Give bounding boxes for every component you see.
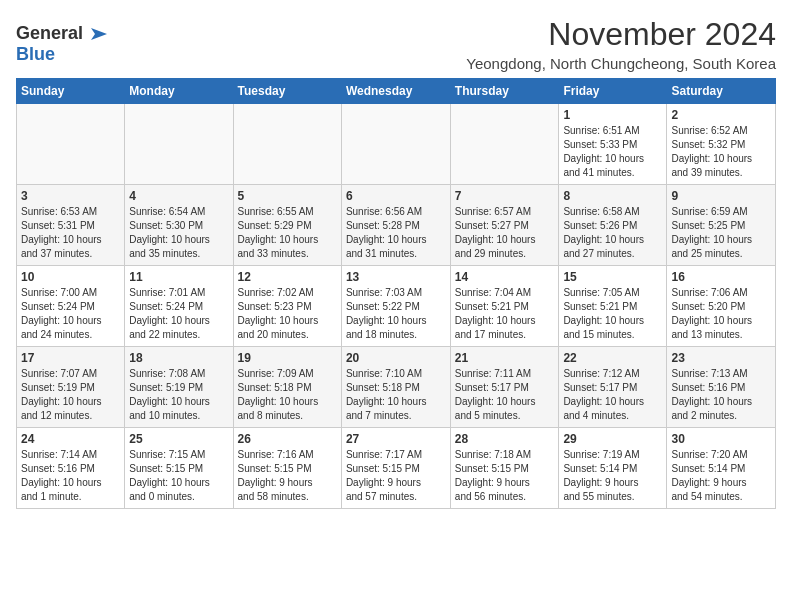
calendar-day-cell: 26Sunrise: 7:16 AM Sunset: 5:15 PM Dayli…: [233, 428, 341, 509]
day-number: 23: [671, 351, 771, 365]
day-info: Sunrise: 6:54 AM Sunset: 5:30 PM Dayligh…: [129, 205, 228, 261]
day-info: Sunrise: 7:04 AM Sunset: 5:21 PM Dayligh…: [455, 286, 555, 342]
calendar-day-cell: 17Sunrise: 7:07 AM Sunset: 5:19 PM Dayli…: [17, 347, 125, 428]
logo-arrow-icon: [85, 20, 113, 48]
day-info: Sunrise: 6:52 AM Sunset: 5:32 PM Dayligh…: [671, 124, 771, 180]
day-info: Sunrise: 6:57 AM Sunset: 5:27 PM Dayligh…: [455, 205, 555, 261]
calendar-day-cell: 25Sunrise: 7:15 AM Sunset: 5:15 PM Dayli…: [125, 428, 233, 509]
day-number: 1: [563, 108, 662, 122]
calendar-header-row: SundayMondayTuesdayWednesdayThursdayFrid…: [17, 79, 776, 104]
day-info: Sunrise: 7:05 AM Sunset: 5:21 PM Dayligh…: [563, 286, 662, 342]
day-number: 27: [346, 432, 446, 446]
day-number: 17: [21, 351, 120, 365]
calendar-day-cell: 18Sunrise: 7:08 AM Sunset: 5:19 PM Dayli…: [125, 347, 233, 428]
day-number: 30: [671, 432, 771, 446]
calendar-day-cell: 10Sunrise: 7:00 AM Sunset: 5:24 PM Dayli…: [17, 266, 125, 347]
calendar-week-row: 1Sunrise: 6:51 AM Sunset: 5:33 PM Daylig…: [17, 104, 776, 185]
day-number: 21: [455, 351, 555, 365]
day-number: 13: [346, 270, 446, 284]
day-number: 16: [671, 270, 771, 284]
calendar-day-cell: 11Sunrise: 7:01 AM Sunset: 5:24 PM Dayli…: [125, 266, 233, 347]
logo: General Blue: [16, 20, 113, 65]
day-info: Sunrise: 6:58 AM Sunset: 5:26 PM Dayligh…: [563, 205, 662, 261]
day-info: Sunrise: 6:51 AM Sunset: 5:33 PM Dayligh…: [563, 124, 662, 180]
day-number: 28: [455, 432, 555, 446]
day-number: 7: [455, 189, 555, 203]
day-info: Sunrise: 7:06 AM Sunset: 5:20 PM Dayligh…: [671, 286, 771, 342]
day-info: Sunrise: 7:15 AM Sunset: 5:15 PM Dayligh…: [129, 448, 228, 504]
header: General Blue November 2024 Yeongdong, No…: [16, 16, 776, 72]
day-number: 18: [129, 351, 228, 365]
day-number: 20: [346, 351, 446, 365]
day-info: Sunrise: 7:18 AM Sunset: 5:15 PM Dayligh…: [455, 448, 555, 504]
day-number: 29: [563, 432, 662, 446]
calendar-day-cell: 20Sunrise: 7:10 AM Sunset: 5:18 PM Dayli…: [341, 347, 450, 428]
day-number: 14: [455, 270, 555, 284]
calendar-week-row: 17Sunrise: 7:07 AM Sunset: 5:19 PM Dayli…: [17, 347, 776, 428]
day-info: Sunrise: 7:19 AM Sunset: 5:14 PM Dayligh…: [563, 448, 662, 504]
day-info: Sunrise: 7:20 AM Sunset: 5:14 PM Dayligh…: [671, 448, 771, 504]
page: General Blue November 2024 Yeongdong, No…: [0, 0, 792, 521]
calendar-day-cell: [233, 104, 341, 185]
calendar-day-cell: 4Sunrise: 6:54 AM Sunset: 5:30 PM Daylig…: [125, 185, 233, 266]
calendar-day-cell: 14Sunrise: 7:04 AM Sunset: 5:21 PM Dayli…: [450, 266, 559, 347]
logo-general: General: [16, 24, 83, 44]
day-number: 9: [671, 189, 771, 203]
day-info: Sunrise: 7:16 AM Sunset: 5:15 PM Dayligh…: [238, 448, 337, 504]
day-info: Sunrise: 7:08 AM Sunset: 5:19 PM Dayligh…: [129, 367, 228, 423]
month-title: November 2024: [466, 16, 776, 53]
calendar: SundayMondayTuesdayWednesdayThursdayFrid…: [16, 78, 776, 509]
calendar-day-cell: 21Sunrise: 7:11 AM Sunset: 5:17 PM Dayli…: [450, 347, 559, 428]
calendar-day-cell: 22Sunrise: 7:12 AM Sunset: 5:17 PM Dayli…: [559, 347, 667, 428]
day-info: Sunrise: 7:17 AM Sunset: 5:15 PM Dayligh…: [346, 448, 446, 504]
day-number: 11: [129, 270, 228, 284]
calendar-day-cell: 13Sunrise: 7:03 AM Sunset: 5:22 PM Dayli…: [341, 266, 450, 347]
day-info: Sunrise: 7:14 AM Sunset: 5:16 PM Dayligh…: [21, 448, 120, 504]
day-number: 10: [21, 270, 120, 284]
calendar-day-cell: 9Sunrise: 6:59 AM Sunset: 5:25 PM Daylig…: [667, 185, 776, 266]
calendar-day-cell: 1Sunrise: 6:51 AM Sunset: 5:33 PM Daylig…: [559, 104, 667, 185]
calendar-day-cell: [450, 104, 559, 185]
calendar-day-cell: 7Sunrise: 6:57 AM Sunset: 5:27 PM Daylig…: [450, 185, 559, 266]
day-number: 22: [563, 351, 662, 365]
day-number: 12: [238, 270, 337, 284]
title-block: November 2024 Yeongdong, North Chungcheo…: [466, 16, 776, 72]
day-info: Sunrise: 6:56 AM Sunset: 5:28 PM Dayligh…: [346, 205, 446, 261]
calendar-day-cell: [125, 104, 233, 185]
calendar-week-row: 10Sunrise: 7:00 AM Sunset: 5:24 PM Dayli…: [17, 266, 776, 347]
calendar-day-cell: 30Sunrise: 7:20 AM Sunset: 5:14 PM Dayli…: [667, 428, 776, 509]
calendar-day-cell: 28Sunrise: 7:18 AM Sunset: 5:15 PM Dayli…: [450, 428, 559, 509]
calendar-day-cell: 2Sunrise: 6:52 AM Sunset: 5:32 PM Daylig…: [667, 104, 776, 185]
calendar-day-cell: 12Sunrise: 7:02 AM Sunset: 5:23 PM Dayli…: [233, 266, 341, 347]
weekday-header: Monday: [125, 79, 233, 104]
calendar-day-cell: [341, 104, 450, 185]
day-number: 2: [671, 108, 771, 122]
day-number: 15: [563, 270, 662, 284]
weekday-header: Sunday: [17, 79, 125, 104]
day-number: 24: [21, 432, 120, 446]
calendar-day-cell: 23Sunrise: 7:13 AM Sunset: 5:16 PM Dayli…: [667, 347, 776, 428]
day-number: 4: [129, 189, 228, 203]
day-number: 8: [563, 189, 662, 203]
day-info: Sunrise: 7:07 AM Sunset: 5:19 PM Dayligh…: [21, 367, 120, 423]
weekday-header: Wednesday: [341, 79, 450, 104]
day-number: 25: [129, 432, 228, 446]
location-title: Yeongdong, North Chungcheong, South Kore…: [466, 55, 776, 72]
day-number: 19: [238, 351, 337, 365]
day-number: 5: [238, 189, 337, 203]
day-info: Sunrise: 6:53 AM Sunset: 5:31 PM Dayligh…: [21, 205, 120, 261]
weekday-header: Tuesday: [233, 79, 341, 104]
calendar-day-cell: 19Sunrise: 7:09 AM Sunset: 5:18 PM Dayli…: [233, 347, 341, 428]
weekday-header: Saturday: [667, 79, 776, 104]
day-info: Sunrise: 7:02 AM Sunset: 5:23 PM Dayligh…: [238, 286, 337, 342]
day-info: Sunrise: 7:11 AM Sunset: 5:17 PM Dayligh…: [455, 367, 555, 423]
day-number: 26: [238, 432, 337, 446]
day-info: Sunrise: 7:13 AM Sunset: 5:16 PM Dayligh…: [671, 367, 771, 423]
day-number: 6: [346, 189, 446, 203]
calendar-week-row: 3Sunrise: 6:53 AM Sunset: 5:31 PM Daylig…: [17, 185, 776, 266]
day-info: Sunrise: 7:12 AM Sunset: 5:17 PM Dayligh…: [563, 367, 662, 423]
calendar-day-cell: 8Sunrise: 6:58 AM Sunset: 5:26 PM Daylig…: [559, 185, 667, 266]
calendar-day-cell: [17, 104, 125, 185]
weekday-header: Thursday: [450, 79, 559, 104]
calendar-day-cell: 24Sunrise: 7:14 AM Sunset: 5:16 PM Dayli…: [17, 428, 125, 509]
